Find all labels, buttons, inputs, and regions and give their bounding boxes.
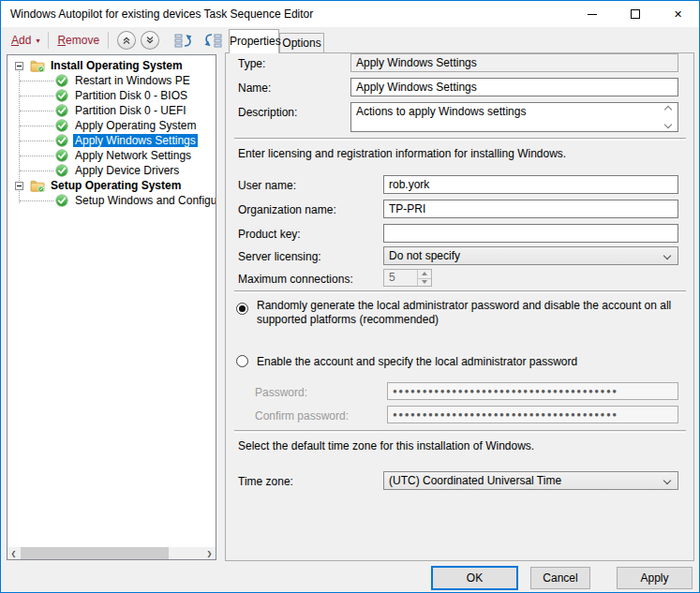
tree-group-install-os[interactable]: Install Operating System bbox=[7, 58, 216, 73]
window-title: Windows Autopilot for existing devices T… bbox=[10, 1, 313, 27]
tree-item[interactable]: Restart in Windows PE bbox=[7, 73, 216, 88]
collapse-expander-icon[interactable] bbox=[15, 62, 23, 70]
task-sequence-tree-panel: Install Operating System Restart in Wind… bbox=[7, 54, 216, 560]
expand-all-icon bbox=[202, 32, 223, 49]
type-field: Apply Windows Settings bbox=[350, 53, 678, 72]
product-key-input[interactable] bbox=[383, 224, 678, 243]
scroll-right-arrow-icon[interactable]: ❯ bbox=[203, 547, 216, 559]
server-licensing-dropdown[interactable]: Do not specify bbox=[383, 246, 678, 265]
tree-group-label: Install Operating System bbox=[51, 59, 183, 72]
tree-item-label: Partition Disk 0 - UEFI bbox=[73, 104, 188, 117]
title-bar: Windows Autopilot for existing devices T… bbox=[1, 1, 699, 27]
timezone-value: (UTC) Coordinated Universal Time bbox=[389, 474, 561, 487]
user-name-input[interactable] bbox=[383, 175, 678, 194]
organization-name-label: Organization name: bbox=[238, 203, 336, 216]
add-button[interactable]: Add ▾ bbox=[7, 32, 44, 49]
name-input[interactable] bbox=[350, 78, 678, 96]
max-connections-value: 5 bbox=[389, 271, 395, 284]
scroll-up-icon[interactable] bbox=[664, 106, 672, 113]
timezone-dropdown[interactable]: (UTC) Coordinated Universal Time bbox=[383, 471, 678, 490]
password-input: ●●●●●●●●●●●●●●●●●●●●●●●●●●●●●●●●●●●●●● bbox=[387, 382, 678, 400]
tree-item[interactable]: Setup Windows and Configuration Manager bbox=[7, 193, 216, 208]
move-down-button[interactable] bbox=[141, 31, 159, 50]
tree-item-label: Restart in Windows PE bbox=[73, 74, 192, 87]
folder-check-icon bbox=[30, 60, 45, 72]
green-check-icon bbox=[55, 194, 68, 207]
stepper-down-icon bbox=[418, 278, 431, 287]
ok-button[interactable]: OK bbox=[431, 566, 518, 590]
max-connections-label: Maximum connections: bbox=[238, 273, 353, 286]
remove-button-label: Remove bbox=[57, 34, 99, 47]
dropdown-caret-icon: ▾ bbox=[36, 37, 39, 45]
tree-group-label: Setup Operating System bbox=[51, 179, 181, 192]
tree-item-label: Partition Disk 0 - BIOS bbox=[73, 89, 189, 102]
timezone-label: Time zone: bbox=[238, 475, 293, 488]
scroll-down-icon[interactable] bbox=[664, 121, 672, 128]
tree-item[interactable]: Partition Disk 0 - UEFI bbox=[7, 103, 216, 118]
licensing-intro-text: Enter licensing and registration informa… bbox=[238, 147, 566, 160]
green-check-icon bbox=[55, 74, 68, 87]
enable-account-radio[interactable] bbox=[236, 355, 248, 367]
tree-horizontal-scrollbar[interactable]: ❮ ❯ bbox=[7, 547, 216, 559]
section-divider bbox=[234, 290, 686, 292]
max-connections-stepper: 5 bbox=[383, 269, 432, 287]
collapse-all-icon bbox=[174, 32, 195, 49]
green-check-icon bbox=[55, 134, 68, 147]
remove-button[interactable]: Remove bbox=[52, 32, 104, 49]
apply-button[interactable]: Apply bbox=[617, 567, 693, 589]
tree-item[interactable]: Apply Operating System bbox=[7, 118, 216, 133]
random-password-radio[interactable] bbox=[236, 303, 248, 315]
green-check-icon bbox=[55, 119, 68, 132]
task-sequence-tree: Install Operating System Restart in Wind… bbox=[7, 58, 216, 208]
collapse-expander-icon[interactable] bbox=[15, 182, 23, 190]
green-check-icon bbox=[55, 164, 68, 177]
task-sequence-editor-window: Windows Autopilot for existing devices T… bbox=[0, 0, 700, 593]
tree-item-label: Apply Operating System bbox=[73, 119, 198, 132]
green-check-icon bbox=[55, 104, 68, 117]
tab-options[interactable]: Options bbox=[279, 33, 324, 53]
move-up-button[interactable] bbox=[117, 31, 136, 50]
description-label: Description: bbox=[238, 106, 297, 119]
confirm-password-input: ●●●●●●●●●●●●●●●●●●●●●●●●●●●●●●●●●●●●●● bbox=[387, 406, 678, 423]
password-label: Password: bbox=[255, 386, 307, 399]
double-chevron-down-icon bbox=[144, 35, 156, 46]
tree-item-label: Apply Network Settings bbox=[73, 149, 193, 162]
tree-item-label: Setup Windows and Configuration Manager bbox=[73, 194, 216, 207]
tree-item[interactable]: Apply Network Settings bbox=[7, 148, 216, 163]
timezone-intro-text: Select the default time zone for this in… bbox=[238, 439, 534, 452]
user-name-label: User name: bbox=[238, 179, 296, 192]
tree-item-selected[interactable]: Apply Windows Settings bbox=[7, 133, 216, 148]
close-icon: ✕ bbox=[674, 8, 682, 21]
tree-item[interactable]: Partition Disk 0 - BIOS bbox=[7, 88, 216, 103]
minimize-button[interactable] bbox=[571, 1, 614, 27]
chevron-down-icon bbox=[663, 252, 671, 259]
confirm-password-label: Confirm password: bbox=[255, 409, 349, 423]
scroll-left-arrow-icon[interactable]: ❮ bbox=[7, 547, 20, 559]
close-button[interactable]: ✕ bbox=[657, 1, 699, 27]
green-check-icon bbox=[55, 149, 68, 162]
server-licensing-value: Do not specify bbox=[389, 249, 460, 262]
collapse-all-button[interactable] bbox=[174, 31, 197, 50]
name-label: Name: bbox=[238, 82, 271, 95]
double-chevron-up-icon bbox=[121, 35, 132, 46]
tree-item[interactable]: Apply Device Drivers bbox=[7, 163, 216, 178]
green-check-icon bbox=[55, 89, 68, 102]
type-label: Type: bbox=[238, 57, 265, 70]
description-scroll-arrows[interactable] bbox=[661, 107, 676, 127]
cancel-button[interactable]: Cancel bbox=[530, 567, 590, 589]
enable-account-radio-label[interactable]: Enable the account and specify the local… bbox=[257, 355, 690, 369]
expand-all-button[interactable] bbox=[201, 31, 224, 50]
maximize-button[interactable] bbox=[614, 1, 657, 27]
tree-item-label: Apply Device Drivers bbox=[73, 164, 181, 177]
toolbar-separator bbox=[48, 32, 49, 49]
minimize-icon bbox=[588, 14, 597, 15]
description-input[interactable]: Actions to apply Windows settings bbox=[350, 102, 678, 132]
organization-name-input[interactable] bbox=[383, 200, 678, 218]
tab-properties[interactable]: Properties bbox=[229, 29, 279, 53]
tree-group-setup-os[interactable]: Setup Operating System bbox=[7, 178, 216, 193]
scrollbar-thumb[interactable] bbox=[21, 547, 169, 559]
random-password-radio-label[interactable]: Randomly generate the local administrato… bbox=[257, 299, 690, 327]
toolbar-separator bbox=[108, 32, 109, 49]
stepper-buttons bbox=[417, 270, 431, 286]
server-licensing-label: Server licensing: bbox=[238, 250, 321, 263]
